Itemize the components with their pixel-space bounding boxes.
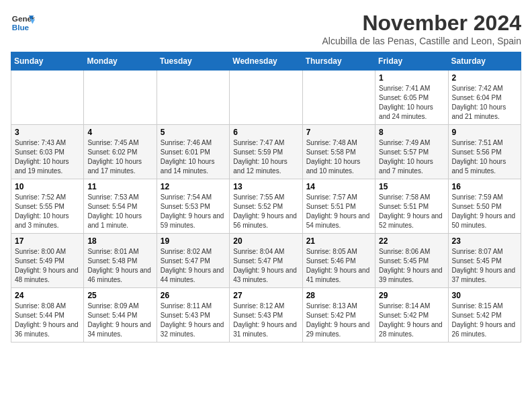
day-cell: 24Sunrise: 8:08 AM Sunset: 5:44 PM Dayli…	[11, 288, 84, 342]
day-info: Sunrise: 7:41 AM Sunset: 6:05 PM Dayligh…	[379, 84, 444, 122]
day-cell: 12Sunrise: 7:54 AM Sunset: 5:53 PM Dayli…	[157, 179, 229, 234]
day-number: 23	[452, 236, 517, 246]
day-cell: 11Sunrise: 7:53 AM Sunset: 5:54 PM Dayli…	[84, 179, 157, 234]
day-info: Sunrise: 8:11 AM Sunset: 5:43 PM Dayligh…	[161, 302, 226, 339]
day-info: Sunrise: 8:04 AM Sunset: 5:47 PM Dayligh…	[233, 247, 298, 285]
day-number: 17	[15, 236, 80, 246]
day-cell: 22Sunrise: 8:06 AM Sunset: 5:45 PM Dayli…	[375, 234, 448, 288]
day-info: Sunrise: 7:57 AM Sunset: 5:51 PM Dayligh…	[306, 193, 371, 230]
day-cell: 19Sunrise: 8:02 AM Sunset: 5:47 PM Dayli…	[157, 234, 229, 288]
day-cell: 15Sunrise: 7:58 AM Sunset: 5:51 PM Dayli…	[375, 179, 448, 234]
day-info: Sunrise: 8:02 AM Sunset: 5:47 PM Dayligh…	[161, 247, 226, 285]
day-number: 24	[15, 291, 80, 300]
day-cell: 25Sunrise: 8:09 AM Sunset: 5:44 PM Dayli…	[84, 288, 157, 342]
day-info: Sunrise: 7:48 AM Sunset: 5:58 PM Dayligh…	[306, 138, 371, 176]
day-number: 1	[379, 73, 444, 83]
weekday-header-thursday: Thursday	[302, 52, 375, 71]
day-info: Sunrise: 7:43 AM Sunset: 6:03 PM Dayligh…	[15, 138, 80, 176]
day-info: Sunrise: 7:51 AM Sunset: 5:56 PM Dayligh…	[452, 138, 517, 176]
day-cell: 13Sunrise: 7:55 AM Sunset: 5:52 PM Dayli…	[230, 179, 302, 234]
day-number: 9	[452, 128, 517, 137]
location-subtitle: Alcubilla de las Penas, Castille and Leo…	[322, 36, 521, 46]
day-info: Sunrise: 7:59 AM Sunset: 5:50 PM Dayligh…	[452, 193, 517, 230]
day-number: 7	[306, 128, 371, 137]
weekday-header-friday: Friday	[375, 52, 448, 71]
day-cell: 6Sunrise: 7:47 AM Sunset: 5:59 PM Daylig…	[230, 125, 302, 179]
logo: General Blue	[11, 11, 35, 35]
day-cell: 30Sunrise: 8:15 AM Sunset: 5:42 PM Dayli…	[448, 288, 521, 342]
day-number: 26	[161, 291, 226, 300]
weekday-header-sunday: Sunday	[11, 52, 84, 71]
day-number: 19	[161, 236, 226, 246]
day-info: Sunrise: 8:00 AM Sunset: 5:49 PM Dayligh…	[15, 247, 80, 285]
day-info: Sunrise: 8:07 AM Sunset: 5:45 PM Dayligh…	[452, 247, 517, 285]
day-cell: 8Sunrise: 7:49 AM Sunset: 5:57 PM Daylig…	[375, 125, 448, 179]
day-info: Sunrise: 8:14 AM Sunset: 5:42 PM Dayligh…	[379, 302, 444, 339]
day-info: Sunrise: 7:58 AM Sunset: 5:51 PM Dayligh…	[379, 193, 444, 230]
day-number: 2	[452, 73, 517, 83]
svg-text:Blue: Blue	[12, 23, 30, 32]
day-cell: 16Sunrise: 7:59 AM Sunset: 5:50 PM Dayli…	[448, 179, 521, 234]
day-info: Sunrise: 7:55 AM Sunset: 5:52 PM Dayligh…	[233, 193, 298, 230]
day-info: Sunrise: 8:01 AM Sunset: 5:48 PM Dayligh…	[87, 247, 152, 285]
day-number: 27	[233, 291, 298, 300]
day-number: 12	[161, 182, 226, 191]
day-number: 4	[87, 128, 152, 137]
day-cell: 2Sunrise: 7:42 AM Sunset: 6:04 PM Daylig…	[448, 71, 521, 125]
week-row-4: 17Sunrise: 8:00 AM Sunset: 5:49 PM Dayli…	[11, 234, 521, 288]
day-cell	[230, 71, 302, 125]
day-number: 30	[452, 291, 517, 300]
day-cell: 10Sunrise: 7:52 AM Sunset: 5:55 PM Dayli…	[11, 179, 84, 234]
day-cell	[84, 71, 157, 125]
day-cell: 5Sunrise: 7:46 AM Sunset: 6:01 PM Daylig…	[157, 125, 229, 179]
day-number: 3	[15, 128, 80, 137]
day-info: Sunrise: 7:47 AM Sunset: 5:59 PM Dayligh…	[233, 138, 298, 176]
day-info: Sunrise: 7:45 AM Sunset: 6:02 PM Dayligh…	[87, 138, 152, 176]
day-cell: 4Sunrise: 7:45 AM Sunset: 6:02 PM Daylig…	[84, 125, 157, 179]
day-number: 25	[87, 291, 152, 300]
day-info: Sunrise: 8:13 AM Sunset: 5:42 PM Dayligh…	[306, 302, 371, 339]
day-number: 15	[379, 182, 444, 191]
day-info: Sunrise: 8:08 AM Sunset: 5:44 PM Dayligh…	[15, 302, 80, 339]
day-info: Sunrise: 7:49 AM Sunset: 5:57 PM Dayligh…	[379, 138, 444, 176]
weekday-header-tuesday: Tuesday	[157, 52, 229, 71]
day-number: 5	[161, 128, 226, 137]
day-cell: 23Sunrise: 8:07 AM Sunset: 5:45 PM Dayli…	[448, 234, 521, 288]
day-cell: 21Sunrise: 8:05 AM Sunset: 5:46 PM Dayli…	[302, 234, 375, 288]
day-number: 13	[233, 182, 298, 191]
day-info: Sunrise: 7:46 AM Sunset: 6:01 PM Dayligh…	[161, 138, 226, 176]
week-row-3: 10Sunrise: 7:52 AM Sunset: 5:55 PM Dayli…	[11, 179, 521, 234]
day-cell: 20Sunrise: 8:04 AM Sunset: 5:47 PM Dayli…	[230, 234, 302, 288]
day-cell: 26Sunrise: 8:11 AM Sunset: 5:43 PM Dayli…	[157, 288, 229, 342]
month-title: November 2024	[322, 11, 521, 36]
day-cell: 28Sunrise: 8:13 AM Sunset: 5:42 PM Dayli…	[302, 288, 375, 342]
day-number: 22	[379, 236, 444, 246]
weekday-header-wednesday: Wednesday	[230, 52, 302, 71]
day-info: Sunrise: 8:09 AM Sunset: 5:44 PM Dayligh…	[87, 302, 152, 339]
week-row-2: 3Sunrise: 7:43 AM Sunset: 6:03 PM Daylig…	[11, 125, 521, 179]
day-cell	[11, 71, 84, 125]
day-number: 16	[452, 182, 517, 191]
day-cell: 27Sunrise: 8:12 AM Sunset: 5:43 PM Dayli…	[230, 288, 302, 342]
calendar: SundayMondayTuesdayWednesdayThursdayFrid…	[11, 52, 521, 342]
day-cell: 9Sunrise: 7:51 AM Sunset: 5:56 PM Daylig…	[448, 125, 521, 179]
day-number: 21	[306, 236, 371, 246]
day-info: Sunrise: 8:15 AM Sunset: 5:42 PM Dayligh…	[452, 302, 517, 339]
day-info: Sunrise: 7:53 AM Sunset: 5:54 PM Dayligh…	[87, 193, 152, 230]
day-number: 14	[306, 182, 371, 191]
day-number: 18	[87, 236, 152, 246]
day-cell: 7Sunrise: 7:48 AM Sunset: 5:58 PM Daylig…	[302, 125, 375, 179]
week-row-1: 1Sunrise: 7:41 AM Sunset: 6:05 PM Daylig…	[11, 71, 521, 125]
title-block: November 2024 Alcubilla de las Penas, Ca…	[322, 11, 521, 46]
day-number: 20	[233, 236, 298, 246]
weekday-header-saturday: Saturday	[448, 52, 521, 71]
weekday-header-row: SundayMondayTuesdayWednesdayThursdayFrid…	[11, 52, 521, 71]
day-number: 11	[87, 182, 152, 191]
day-info: Sunrise: 7:42 AM Sunset: 6:04 PM Dayligh…	[452, 84, 517, 122]
day-number: 10	[15, 182, 80, 191]
header: General Blue November 2024 Alcubilla de …	[11, 11, 521, 46]
logo-icon: General Blue	[11, 11, 35, 35]
weekday-header-monday: Monday	[84, 52, 157, 71]
day-cell: 14Sunrise: 7:57 AM Sunset: 5:51 PM Dayli…	[302, 179, 375, 234]
day-cell: 18Sunrise: 8:01 AM Sunset: 5:48 PM Dayli…	[84, 234, 157, 288]
